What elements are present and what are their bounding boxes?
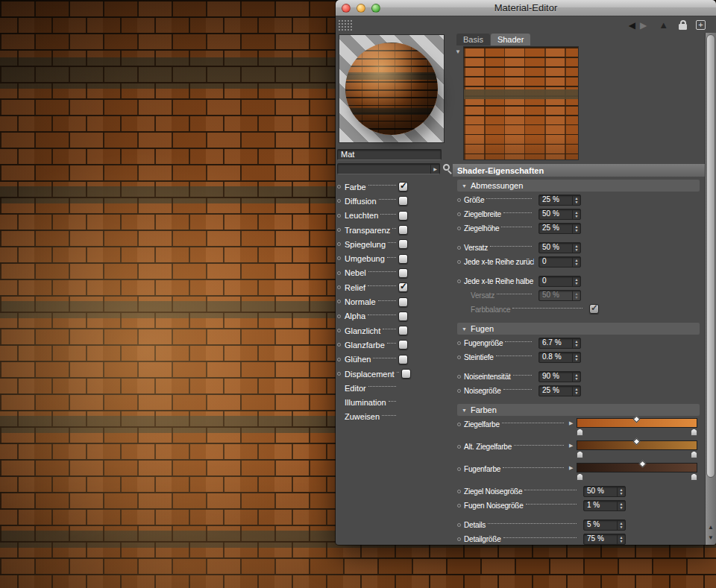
stepper[interactable]: ▲▼ xyxy=(572,338,580,348)
section-header-farben[interactable]: ▼Farben xyxy=(457,404,700,416)
channel-checkbox-umgebung[interactable] xyxy=(398,254,408,264)
drag-grip[interactable] xyxy=(338,19,354,31)
gradient-expand-icon[interactable]: ▶ xyxy=(569,443,573,449)
gradient-knot[interactable] xyxy=(639,461,647,468)
field-jede-x-te-reihe-halbe-breite[interactable]: 0▲▼ xyxy=(538,276,581,287)
channel-item-diffusion[interactable]: Diffusion xyxy=(339,194,408,208)
stepper[interactable]: ▲▼ xyxy=(572,195,580,205)
stepper[interactable]: ▲▼ xyxy=(572,209,580,219)
stepper[interactable]: ▲▼ xyxy=(572,224,580,233)
channel-item-leuchten[interactable]: Leuchten xyxy=(339,209,408,223)
stepper[interactable]: ▲▼ xyxy=(572,291,580,300)
back-button[interactable]: ◀ xyxy=(629,20,635,31)
gradient-expand-icon[interactable]: ▶ xyxy=(569,420,573,426)
field-steintiefe[interactable]: 0.8 %▲▼ xyxy=(538,352,581,363)
channel-checkbox-spiegelung[interactable] xyxy=(398,239,408,249)
gradient-stop-right[interactable] xyxy=(691,429,697,436)
channel-item-umgebung[interactable]: Umgebung xyxy=(339,251,408,265)
tab-basis[interactable]: Basis xyxy=(456,34,490,45)
channel-checkbox-glanzlicht[interactable] xyxy=(398,326,408,335)
channel-checkbox-diffusion[interactable] xyxy=(398,196,408,206)
channel-item-relief[interactable]: Relief xyxy=(339,280,408,294)
channel-item-zuweisen[interactable]: Zuweisen xyxy=(339,410,408,424)
channel-checkbox-transparenz[interactable] xyxy=(398,225,408,235)
up-button[interactable]: ▲ xyxy=(659,19,668,31)
channel-item-normale[interactable]: Normale xyxy=(339,294,408,309)
magnifier-icon[interactable] xyxy=(442,163,453,174)
gradient-stop-right[interactable] xyxy=(691,473,697,481)
channel-item-editor[interactable]: Editor xyxy=(339,381,408,395)
stepper[interactable]: ▲▼ xyxy=(617,501,625,510)
shader-texture-preview[interactable] xyxy=(463,46,579,160)
channel-item-glanzlicht[interactable]: Glanzlicht xyxy=(339,323,408,338)
channel-checkbox-farbe[interactable] xyxy=(398,182,408,192)
close-button[interactable] xyxy=(342,4,351,13)
lock-icon[interactable] xyxy=(679,20,687,30)
field-fugengröße[interactable]: 6.7 %▲▼ xyxy=(538,338,581,349)
gradient-stop-left[interactable] xyxy=(577,429,583,436)
preview-mode-combo[interactable]: ▶ xyxy=(337,163,440,174)
scrollbar[interactable]: ▲ ▼ xyxy=(705,33,716,545)
field-größe[interactable]: 25 %▲▼ xyxy=(538,195,581,206)
stepper[interactable]: ▲▼ xyxy=(617,534,625,544)
channel-item-nebel[interactable]: Nebel xyxy=(339,266,408,280)
section-header-fugen[interactable]: ▼Fugen xyxy=(457,323,700,335)
checkbox-farbbalance[interactable] xyxy=(589,304,599,314)
scrollbar-thumb[interactable] xyxy=(706,34,715,478)
stepper[interactable]: ▲▼ xyxy=(617,487,625,496)
field-details[interactable]: 5 %▲▼ xyxy=(583,519,626,531)
channel-checkbox-glanzfarbe[interactable] xyxy=(398,340,408,350)
channel-checkbox-nebel[interactable] xyxy=(398,268,408,278)
gradient-stop-left[interactable] xyxy=(577,473,583,481)
forward-button[interactable]: ▶ xyxy=(640,20,647,31)
channel-item-illumination[interactable]: Illumination xyxy=(339,395,408,409)
stepper[interactable]: ▲▼ xyxy=(572,243,580,253)
channel-checkbox-leuchten[interactable] xyxy=(398,211,408,221)
field-noisegröße[interactable]: 25 %▲▼ xyxy=(538,385,581,396)
stepper[interactable]: ▲▼ xyxy=(572,386,580,396)
gradient-stop-left[interactable] xyxy=(577,451,583,458)
scroll-up-button[interactable]: ▲ xyxy=(706,522,716,532)
channel-checkbox-relief[interactable] xyxy=(398,282,408,292)
field-versatz[interactable]: 50 %▲▼ xyxy=(538,290,581,301)
scroll-down-button[interactable]: ▼ xyxy=(706,532,716,543)
section-header-abmessungen[interactable]: ▼Abmessungen xyxy=(457,180,700,192)
field-ziegelbreite[interactable]: 50 %▲▼ xyxy=(538,209,581,220)
titlebar[interactable]: Material-Editor xyxy=(336,0,716,16)
gradient-knot[interactable] xyxy=(633,416,641,423)
field-versatz[interactable]: 50 %▲▼ xyxy=(538,242,581,253)
preview-collapse-icon[interactable]: ▼ xyxy=(455,48,461,55)
field-detailgröße[interactable]: 75 %▲▼ xyxy=(583,534,626,545)
tab-shader[interactable]: Shader xyxy=(491,34,530,45)
channel-checkbox-alpha[interactable] xyxy=(398,312,408,321)
zoom-button[interactable] xyxy=(371,4,380,13)
gradient-knot[interactable] xyxy=(633,438,641,446)
channel-item-farbe[interactable]: Farbe xyxy=(339,180,408,194)
field-noiseintensität[interactable]: 90 %▲▼ xyxy=(538,371,581,382)
material-name-field[interactable]: Mat xyxy=(337,149,442,160)
stepper[interactable]: ▲▼ xyxy=(617,520,625,530)
channel-item-glanzfarbe[interactable]: Glanzfarbe xyxy=(339,338,408,352)
stepper[interactable]: ▲▼ xyxy=(572,353,580,362)
minimize-button[interactable] xyxy=(357,4,365,13)
stepper[interactable]: ▲▼ xyxy=(572,257,580,267)
channel-item-displacement[interactable]: Displacement xyxy=(339,367,408,381)
channel-item-alpha[interactable]: Alpha xyxy=(339,309,408,323)
channel-checkbox-glühen[interactable] xyxy=(398,355,408,364)
channel-item-spiegelung[interactable]: Spiegelung xyxy=(339,237,408,251)
gradient-bar-fugenfarbe[interactable] xyxy=(577,463,697,472)
material-preview[interactable] xyxy=(339,34,445,143)
gradient-bar-ziegelfarbe[interactable] xyxy=(577,418,697,428)
field-fugen-noisegröße[interactable]: 1 %▲▼ xyxy=(583,500,626,511)
channel-checkbox-normale[interactable] xyxy=(398,297,408,307)
channel-item-transparenz[interactable]: Transparenz xyxy=(339,223,408,237)
gradient-bar-alt-ziegelfarbe[interactable] xyxy=(577,440,697,450)
field-jede-x-te-reihe-zurücksetzen[interactable]: 0▲▼ xyxy=(538,256,581,268)
field-ziegel-noisegröße[interactable]: 50 %▲▼ xyxy=(583,486,626,497)
stepper[interactable]: ▲▼ xyxy=(572,372,580,382)
add-button[interactable]: + xyxy=(696,20,706,30)
combo-arrow-icon[interactable]: ▶ xyxy=(430,164,439,174)
channel-checkbox-displacement[interactable] xyxy=(401,369,411,379)
field-ziegelhöhe[interactable]: 25 %▲▼ xyxy=(538,223,581,234)
gradient-stop-right[interactable] xyxy=(691,451,697,458)
